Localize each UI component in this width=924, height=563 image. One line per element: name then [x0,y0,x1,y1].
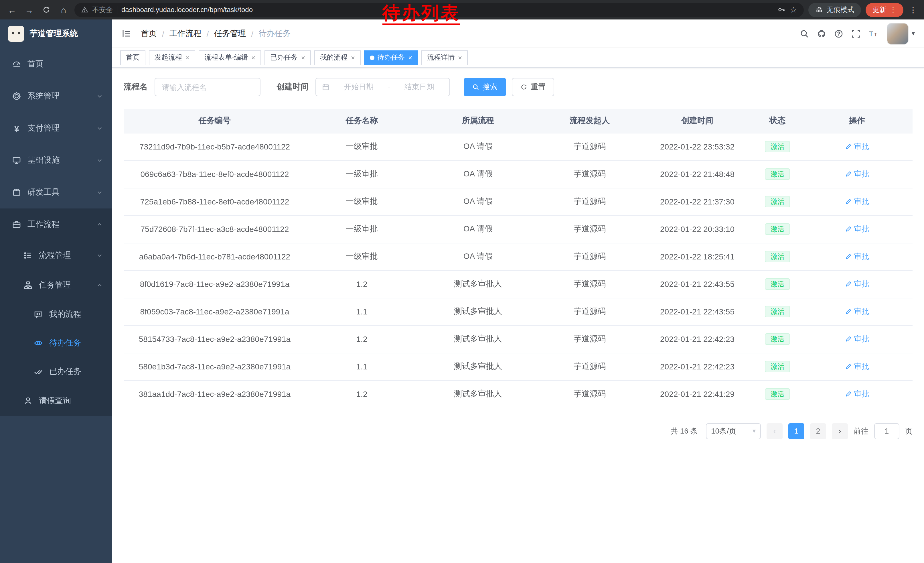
close-icon[interactable]: × [251,54,255,62]
search-icon [472,84,479,90]
process-name: OA 请假 [418,133,538,161]
sidebar-item-leave-query[interactable]: 请假查询 [0,386,112,416]
date-range-picker[interactable]: 开始日期 - 结束日期 [315,78,450,96]
sidebar-item-todo-tasks[interactable]: 待办任务 [0,329,112,357]
next-page-button[interactable]: › [832,423,848,439]
sidebar-item-task-management[interactable]: 任务管理 [0,270,112,300]
incognito-label: 无痕模式 [826,5,854,15]
toolbox-icon [12,188,22,197]
search-button[interactable]: 搜索 [464,78,506,96]
user-menu[interactable]: ▾ [887,23,915,44]
table-row: 58154733-7ac8-11ec-a9e2-a2380e71991a 1.2… [124,325,912,353]
logo-image [8,26,24,42]
column-header-created: 创建时间 [641,109,753,133]
created-time: 2022-01-21 22:42:23 [641,325,753,353]
tab-home[interactable]: 首页 [120,50,146,65]
approve-link[interactable]: 审批 [845,251,869,262]
monitor-icon [12,156,22,165]
page-button-2[interactable]: 2 [810,423,826,439]
active-dot-icon [370,55,374,60]
bookmark-star-icon[interactable]: ☆ [790,5,797,14]
sidebar-item-devtools[interactable]: 研发工具 [0,176,112,209]
created-time: 2022-01-22 20:33:10 [641,215,753,243]
home-icon[interactable]: ⌂ [57,3,70,16]
close-icon[interactable]: × [186,54,189,62]
back-icon[interactable]: ← [6,3,18,16]
goto-page-input[interactable] [874,423,899,439]
status-badge: 激活 [765,333,790,345]
collapse-sidebar-icon[interactable] [122,29,132,39]
task-name: 一级审批 [306,243,418,270]
approve-link[interactable]: 审批 [845,279,869,289]
process-name-input[interactable] [154,78,261,96]
pencil-icon [845,363,852,370]
column-header-initiator: 流程发起人 [538,109,641,133]
status-badge: 激活 [765,251,790,262]
page-button-1[interactable]: 1 [788,423,804,439]
sidebar-item-home[interactable]: 首页 [0,48,112,80]
page-content: 流程名 创建时间 开始日期 - 结束日期 搜索 重 [112,68,924,439]
tab-process-detail[interactable]: 流程详情× [422,50,468,65]
search-button-label: 搜索 [483,82,498,92]
close-icon[interactable]: × [458,54,462,62]
close-icon[interactable]: × [408,54,412,62]
created-time: 2022-01-22 18:25:41 [641,243,753,270]
screen: ← → ⌂ 不安全 dashboard.yudao.iocoder.cn/bpm… [0,0,924,563]
approve-link[interactable]: 审批 [845,306,869,317]
approve-link[interactable]: 审批 [845,224,869,234]
sidebar-item-infrastructure[interactable]: 基础设施 [0,144,112,176]
approve-link[interactable]: 审批 [845,389,869,399]
tab-my-processes[interactable]: 我的流程× [314,50,361,65]
insecure-warning-icon [81,6,88,13]
github-icon[interactable] [817,29,826,38]
sidebar-item-my-processes[interactable]: 我的流程 [0,300,112,329]
task-id: 8f0d1619-7ac8-11ec-a9e2-a2380e71991a [124,270,306,298]
workflow-submenu: 流程管理 任务管理 我的流程 待办任务 [0,240,112,416]
app-frame: 芋道管理系统 首页 系统管理 ¥ 支付管理 基础设施 [0,20,924,563]
tab-todo-tasks[interactable]: 待办任务× [364,50,418,65]
double-check-icon [33,367,44,376]
filter-form: 流程名 创建时间 开始日期 - 结束日期 搜索 重 [124,78,912,96]
search-icon[interactable] [800,29,809,38]
approve-link[interactable]: 审批 [845,334,869,344]
help-icon[interactable] [834,29,844,38]
avatar[interactable] [887,23,909,44]
pencil-icon [845,281,852,288]
reload-icon[interactable] [40,3,52,16]
forward-icon[interactable]: → [23,3,36,16]
table-row: 8f0d1619-7ac8-11ec-a9e2-a2380e71991a 1.2… [124,270,912,298]
tab-form-edit[interactable]: 流程表单-编辑× [199,50,261,65]
fullscreen-icon[interactable] [852,29,861,38]
sidebar-item-workflow[interactable]: 工作流程 [0,209,112,240]
page-size-select[interactable]: 10条/页 ▾ [706,423,761,439]
update-button[interactable]: 更新 ⋮ [866,3,903,17]
sidebar-item-system[interactable]: 系统管理 [0,80,112,112]
pencil-icon [845,390,852,398]
top-navbar: 首页 / 工作流程 / 任务管理 / 待办任务 TT ▾ [112,20,924,48]
approve-link[interactable]: 审批 [845,197,869,207]
goto-label: 前往 [854,426,868,436]
sidebar-item-process-management[interactable]: 流程管理 [0,240,112,270]
annotation-todo-list: 待办列表 [382,3,460,25]
breadcrumb-home[interactable]: 首页 [141,29,157,39]
tab-done-tasks[interactable]: 已办任务× [264,50,311,65]
breadcrumb-task-management[interactable]: 任务管理 [214,29,246,39]
breadcrumb-workflow[interactable]: 工作流程 [170,29,201,39]
navbar-actions: TT ▾ [800,23,915,44]
prev-page-button[interactable]: ‹ [766,423,783,439]
approve-link[interactable]: 审批 [845,362,869,372]
sidebar-item-payment[interactable]: ¥ 支付管理 [0,112,112,144]
close-icon[interactable]: × [351,54,355,62]
pagination: 共 16 条 10条/页 ▾ ‹ 1 2 › 前往 页 [124,423,912,439]
approve-link[interactable]: 审批 [845,169,869,179]
breadcrumb-separator: / [162,29,164,38]
reset-button[interactable]: 重置 [512,78,554,96]
close-icon[interactable]: × [301,54,305,62]
task-name: 1.2 [306,270,418,298]
sidebar-item-done-tasks[interactable]: 已办任务 [0,357,112,386]
browser-menu-icon[interactable]: ⋮ [908,5,918,14]
approve-link[interactable]: 审批 [845,141,869,152]
tab-start-process[interactable]: 发起流程× [149,50,195,65]
password-key-icon[interactable] [778,6,786,14]
font-size-icon[interactable]: TT [869,29,879,38]
